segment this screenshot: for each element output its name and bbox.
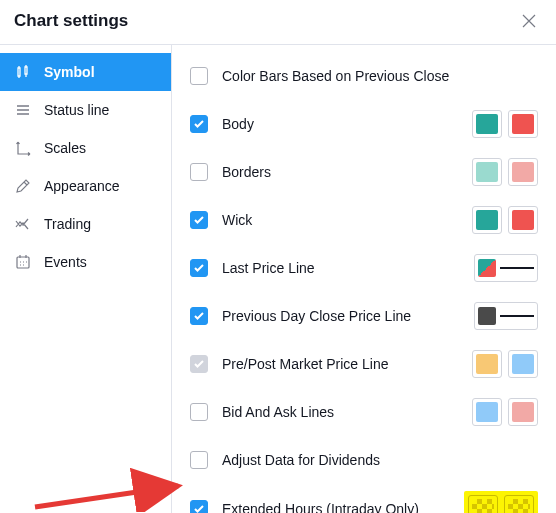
check-icon <box>193 214 205 226</box>
dialog-title: Chart settings <box>14 11 128 31</box>
swatch-extended-1[interactable] <box>468 495 498 513</box>
swatches-pre-post <box>472 350 538 378</box>
sidebar-item-symbol[interactable]: Symbol <box>0 53 171 91</box>
sidebar-item-appearance[interactable]: Appearance <box>0 167 171 205</box>
swatch-extended-2[interactable] <box>504 495 534 513</box>
sidebar-item-label: Symbol <box>44 64 95 80</box>
checkbox-last-price-line[interactable] <box>190 259 208 277</box>
dialog-header: Chart settings <box>0 0 556 45</box>
swatch-wick-up[interactable] <box>472 206 502 234</box>
swatch-prev-day-close-style[interactable] <box>474 302 538 330</box>
swatch-body-up[interactable] <box>472 110 502 138</box>
sidebar-item-scales[interactable]: Scales <box>0 129 171 167</box>
sidebar-item-label: Scales <box>44 140 86 156</box>
highlight-extended-hours <box>464 491 538 513</box>
checkbox-color-bars-prev-close[interactable] <box>190 67 208 85</box>
label-last-price-line: Last Price Line <box>222 260 474 276</box>
label-color-bars-prev-close: Color Bars Based on Previous Close <box>222 68 538 84</box>
swatches-prev-day-close <box>474 302 538 330</box>
swatches-borders <box>472 158 538 186</box>
candles-icon <box>14 63 32 81</box>
swatch-wick-down[interactable] <box>508 206 538 234</box>
sidebar-item-status-line[interactable]: Status line <box>0 91 171 129</box>
row-wick: Wick <box>190 203 538 237</box>
sidebar-item-label: Events <box>44 254 87 270</box>
checkbox-pre-post[interactable] <box>190 355 208 373</box>
swatch-ask[interactable] <box>508 398 538 426</box>
swatch-pre-post-2[interactable] <box>508 350 538 378</box>
swatch-borders-down[interactable] <box>508 158 538 186</box>
row-body: Body <box>190 107 538 141</box>
pencil-icon <box>14 177 32 195</box>
checkbox-extended-hours[interactable] <box>190 500 208 513</box>
row-last-price-line: Last Price Line <box>190 251 538 285</box>
check-icon <box>193 358 205 370</box>
swatch-pre-post-1[interactable] <box>472 350 502 378</box>
swatches-last-price-line <box>474 254 538 282</box>
checkbox-body[interactable] <box>190 115 208 133</box>
checkbox-adjust-dividends[interactable] <box>190 451 208 469</box>
settings-content: Color Bars Based on Previous Close Body … <box>172 45 556 513</box>
row-borders: Borders <box>190 155 538 189</box>
swatches-wick <box>472 206 538 234</box>
check-icon <box>193 503 205 513</box>
row-prev-day-close: Previous Day Close Price Line <box>190 299 538 333</box>
sidebar-tabs: Symbol Status line Scales Appearance Tra <box>0 45 172 513</box>
sidebar-item-label: Trading <box>44 216 91 232</box>
close-button[interactable] <box>518 10 540 32</box>
label-borders: Borders <box>222 164 472 180</box>
row-extended-hours: Extended Hours (Intraday Only) <box>190 491 538 513</box>
swatch-body-down[interactable] <box>508 110 538 138</box>
swatches-body <box>472 110 538 138</box>
sidebar-item-label: Status line <box>44 102 109 118</box>
swatch-borders-up[interactable] <box>472 158 502 186</box>
checkbox-bid-ask[interactable] <box>190 403 208 421</box>
list-icon <box>14 101 32 119</box>
check-icon <box>193 118 205 130</box>
label-body: Body <box>222 116 472 132</box>
calendar-icon <box>14 253 32 271</box>
checkbox-borders[interactable] <box>190 163 208 181</box>
swatch-last-price-line-style[interactable] <box>474 254 538 282</box>
row-adjust-dividends: Adjust Data for Dividends <box>190 443 538 477</box>
checkbox-prev-day-close[interactable] <box>190 307 208 325</box>
label-bid-ask: Bid And Ask Lines <box>222 404 472 420</box>
label-adjust-dividends: Adjust Data for Dividends <box>222 452 538 468</box>
check-icon <box>193 262 205 274</box>
close-icon <box>521 13 537 29</box>
label-extended-hours: Extended Hours (Intraday Only) <box>222 501 464 513</box>
checkbox-wick[interactable] <box>190 211 208 229</box>
sidebar-item-label: Appearance <box>44 178 120 194</box>
check-icon <box>193 310 205 322</box>
label-wick: Wick <box>222 212 472 228</box>
row-bid-ask: Bid And Ask Lines <box>190 395 538 429</box>
row-color-bars-prev-close: Color Bars Based on Previous Close <box>190 59 538 93</box>
sidebar-item-trading[interactable]: Trading <box>0 205 171 243</box>
trend-icon <box>14 215 32 233</box>
swatches-bid-ask <box>472 398 538 426</box>
label-pre-post: Pre/Post Market Price Line <box>222 356 472 372</box>
swatch-bid[interactable] <box>472 398 502 426</box>
axes-icon <box>14 139 32 157</box>
row-pre-post: Pre/Post Market Price Line <box>190 347 538 381</box>
dialog-body: Symbol Status line Scales Appearance Tra <box>0 45 556 513</box>
sidebar-item-events[interactable]: Events <box>0 243 171 281</box>
label-prev-day-close: Previous Day Close Price Line <box>222 308 474 324</box>
